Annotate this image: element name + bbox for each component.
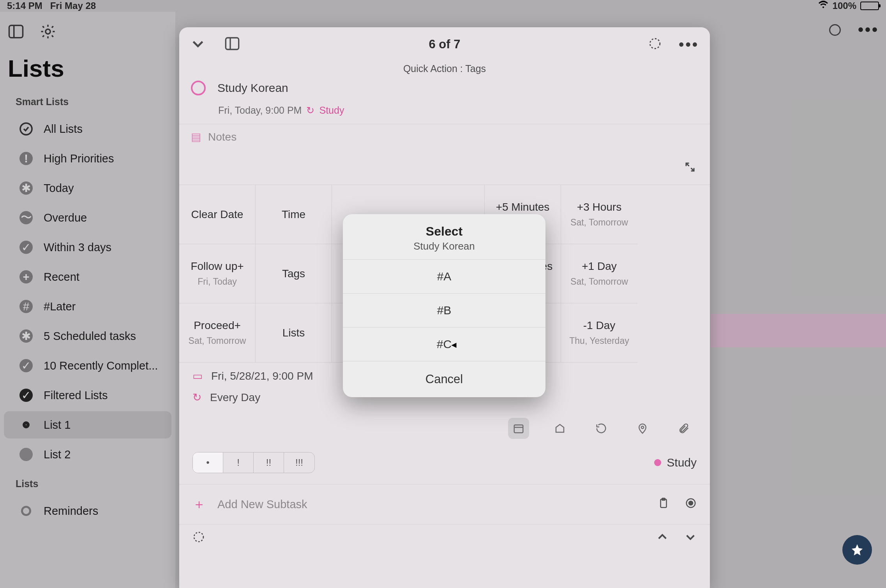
cell-plus-1day[interactable]: +1 DaySat, Tomorrow: [561, 244, 637, 303]
priority-none[interactable]: •: [193, 452, 223, 473]
cell-minus-1day[interactable]: -1 DayThu, Yesterday: [561, 303, 637, 363]
record-icon[interactable]: [685, 497, 697, 512]
list-color-dot: [654, 459, 661, 466]
attribute-iconbar: [179, 411, 710, 448]
action-sheet-title: Select: [351, 224, 538, 239]
sheet-counter: 6 of 7: [179, 37, 710, 51]
tag-select-action-sheet: Select Study Korean #A #B #C Cancel: [343, 214, 545, 397]
sync-icon[interactable]: [192, 531, 205, 545]
action-sheet-cancel[interactable]: Cancel: [343, 361, 545, 397]
task-title[interactable]: Study Korean: [217, 81, 288, 95]
expand-icon[interactable]: [684, 161, 696, 174]
alarm-icon[interactable]: [549, 418, 570, 439]
priority-med[interactable]: !!: [254, 452, 284, 473]
mouse-cursor: ◄: [450, 340, 458, 350]
calendar-icon[interactable]: [508, 418, 529, 439]
target-icon[interactable]: [648, 37, 662, 52]
action-sheet-subtitle: Study Korean: [351, 240, 538, 252]
task-meta-list: Study: [319, 105, 344, 116]
cell-lists[interactable]: Lists: [256, 303, 332, 363]
svg-rect-7: [514, 425, 523, 433]
calendar-icon: ▭: [192, 370, 203, 382]
repeat-icon: ↻: [192, 391, 201, 404]
task-checkbox[interactable]: [191, 81, 206, 95]
add-subtask-placeholder[interactable]: Add New Subtask: [217, 498, 307, 511]
star-fab[interactable]: [842, 535, 872, 565]
list-pill[interactable]: Study: [654, 456, 697, 469]
chevron-up-icon[interactable]: [656, 531, 669, 545]
list-pill-label: Study: [667, 456, 697, 469]
action-sheet-option-b[interactable]: #B: [343, 294, 545, 327]
cell-plus-3hr[interactable]: +3 HoursSat, Tomorrow: [561, 185, 637, 244]
cell-tags[interactable]: Tags: [256, 244, 332, 303]
cell-clear-date[interactable]: Clear Date: [179, 185, 256, 244]
cell-time[interactable]: Time: [256, 185, 332, 244]
date-text: Fri, 5/28/21, 9:00 PM: [211, 370, 313, 382]
attachment-icon[interactable]: [673, 418, 694, 439]
task-meta: Fri, Today, 9:00 PM ↻ Study: [179, 102, 710, 124]
chevron-down-icon[interactable]: [684, 531, 697, 545]
priority-high[interactable]: !!!: [284, 452, 314, 473]
repeat-text: Every Day: [210, 391, 260, 404]
quick-action-label: Quick Action : Tags: [179, 62, 710, 78]
svg-point-6: [650, 39, 660, 49]
location-icon[interactable]: [632, 418, 653, 439]
collapse-icon[interactable]: [190, 36, 206, 53]
cell-proceed[interactable]: Proceed+Sat, Tomorrow: [179, 303, 256, 363]
notes-field[interactable]: ▤ Notes: [179, 124, 710, 150]
svg-rect-4: [226, 38, 238, 49]
more-icon[interactable]: •••: [679, 36, 699, 53]
repeat-icon: ↻: [306, 105, 314, 116]
svg-point-14: [194, 532, 203, 542]
task-meta-time: Fri, Today, 9:00 PM: [218, 105, 302, 116]
svg-point-9: [641, 426, 644, 428]
svg-point-13: [689, 501, 693, 505]
notes-placeholder: Notes: [208, 131, 237, 143]
sidebar-toggle-icon[interactable]: [224, 36, 240, 53]
priority-segmented[interactable]: • ! !! !!!: [192, 452, 315, 473]
notes-icon: ▤: [191, 130, 201, 143]
clipboard-icon[interactable]: [658, 497, 669, 512]
priority-low[interactable]: !: [223, 452, 254, 473]
sheet-bottom-bar: [179, 524, 710, 551]
plus-icon: ＋: [192, 495, 206, 513]
repeat-icon[interactable]: [591, 418, 612, 439]
action-sheet-option-c[interactable]: #C: [343, 327, 545, 361]
cell-follow-up[interactable]: Follow up+Fri, Today: [179, 244, 256, 303]
action-sheet-option-a[interactable]: #A: [343, 260, 545, 294]
